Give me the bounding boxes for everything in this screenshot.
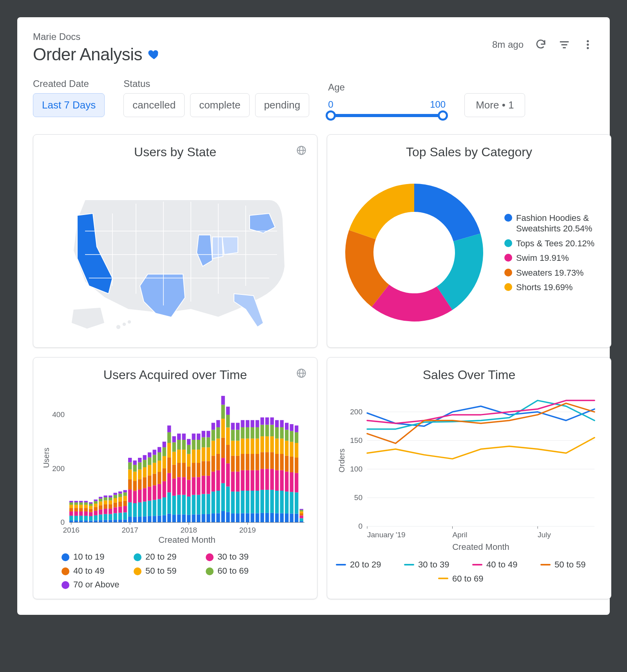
chip-last-7-days[interactable]: Last 7 Days	[33, 93, 105, 117]
svg-rect-75	[109, 509, 112, 514]
legend-item[interactable]: 10 to 19	[62, 551, 120, 562]
svg-rect-332	[290, 513, 294, 522]
legend-item[interactable]: 20 to 29	[336, 559, 391, 570]
svg-rect-68	[104, 509, 107, 514]
svg-rect-292	[261, 469, 264, 490]
slider-thumb-max[interactable]	[438, 110, 448, 121]
svg-rect-108	[133, 517, 137, 522]
svg-rect-167	[172, 465, 176, 479]
legend-item[interactable]: 50 to 59	[540, 559, 595, 570]
svg-point-5	[587, 47, 589, 49]
svg-rect-1	[562, 44, 567, 45]
svg-rect-39	[84, 516, 88, 520]
svg-rect-101	[128, 517, 132, 522]
svg-rect-338	[290, 424, 294, 431]
header: Marie Docs Order Analysis 8m ago	[33, 31, 594, 64]
svg-rect-302	[265, 425, 269, 436]
legend-item[interactable]: 30 to 39	[206, 551, 265, 562]
svg-rect-66	[104, 520, 107, 522]
chip-complete[interactable]: complete	[190, 93, 250, 117]
lines-legend: 20 to 2930 to 3940 to 4950 to 5960 to 69	[336, 555, 602, 584]
svg-rect-140	[153, 463, 156, 474]
legend-item[interactable]: 30 to 39	[404, 559, 459, 570]
svg-rect-152	[163, 481, 166, 497]
filter-status: Status cancelled complete pending	[123, 78, 309, 117]
svg-rect-137	[153, 500, 156, 516]
us-map[interactable]	[42, 166, 308, 339]
svg-rect-213	[207, 514, 210, 522]
svg-rect-298	[265, 490, 269, 513]
line-chart[interactable]: 050100150200OrdersJanuary '19AprilJulyCr…	[336, 389, 602, 554]
svg-rect-336	[290, 442, 294, 457]
heart-icon[interactable]	[148, 48, 160, 61]
svg-rect-239	[221, 405, 225, 419]
svg-rect-253	[231, 430, 235, 441]
refresh-icon[interactable]	[535, 38, 547, 51]
legend-item[interactable]: 60 to 69	[206, 565, 265, 576]
globe-icon[interactable]	[296, 368, 307, 380]
svg-rect-185	[187, 515, 190, 522]
svg-rect-73	[109, 520, 112, 522]
svg-rect-310	[270, 417, 274, 425]
legend-item[interactable]: 40 to 49	[472, 559, 527, 570]
legend-item[interactable]: Shorts 19.69%	[504, 282, 602, 293]
breadcrumb[interactable]: Marie Docs	[33, 31, 160, 42]
card-top-sales-by-category: Top Sales by Category Fashion Hoodies & …	[327, 134, 611, 348]
svg-rect-325	[285, 513, 288, 522]
more-chip[interactable]: More • 1	[464, 93, 525, 117]
donut-chart[interactable]	[336, 174, 493, 331]
age-slider[interactable]: 0 100	[328, 97, 446, 117]
svg-rect-237	[221, 438, 225, 458]
svg-rect-266	[241, 439, 245, 454]
svg-rect-157	[167, 514, 171, 522]
filter-label: Age	[328, 82, 446, 93]
svg-rect-314	[275, 454, 279, 470]
svg-rect-222	[212, 471, 215, 491]
globe-icon[interactable]	[296, 145, 307, 157]
filter-age: Age 0 100	[328, 82, 446, 117]
svg-rect-273	[246, 439, 249, 454]
legend-item[interactable]: 50 to 59	[134, 565, 192, 576]
stacked-bar-chart[interactable]: 0200400Users2016201720182019Created Mont…	[42, 389, 308, 546]
legend-item[interactable]: 60 to 69	[438, 573, 493, 584]
svg-rect-186	[187, 497, 190, 515]
svg-rect-211	[202, 437, 205, 448]
svg-rect-52	[94, 520, 98, 522]
svg-rect-200	[197, 495, 200, 515]
legend-item[interactable]: 20 to 29	[134, 551, 192, 562]
legend-label: Sweaters 19.73%	[516, 267, 584, 278]
legend-item[interactable]: Swim 19.91%	[504, 253, 602, 264]
svg-rect-227	[216, 513, 220, 522]
svg-rect-242	[226, 486, 230, 512]
svg-rect-79	[109, 495, 112, 497]
legend-item[interactable]: Fashion Hoodies & Sweatshirts 20.54%	[504, 213, 602, 234]
legend-swatch	[540, 564, 551, 565]
legend-item[interactable]: Sweaters 19.73%	[504, 267, 602, 278]
svg-rect-163	[167, 426, 171, 432]
chip-pending[interactable]: pending	[255, 93, 310, 117]
svg-rect-156	[163, 442, 166, 447]
chart-grid: Users by State	[33, 134, 594, 599]
legend-label: 10 to 19	[73, 551, 105, 562]
svg-rect-328	[285, 456, 288, 472]
svg-rect-83	[114, 502, 117, 507]
legend-label: 70 or Above	[73, 579, 119, 590]
legend-item[interactable]: 70 or Above	[62, 579, 120, 590]
svg-rect-206	[202, 514, 205, 522]
chip-cancelled[interactable]: cancelled	[123, 93, 185, 117]
legend-item[interactable]: Tops & Tees 20.12%	[504, 238, 602, 249]
svg-rect-22	[69, 502, 73, 505]
more-vert-icon[interactable]	[582, 38, 594, 51]
svg-rect-92	[118, 493, 122, 497]
svg-rect-193	[192, 495, 196, 515]
svg-rect-63	[99, 501, 102, 505]
svg-rect-112	[133, 471, 137, 481]
svg-rect-299	[265, 469, 269, 490]
legend-item[interactable]: 40 to 49	[62, 565, 120, 576]
svg-rect-251	[231, 456, 235, 472]
svg-rect-29	[74, 502, 78, 505]
slider-thumb-min[interactable]	[326, 110, 336, 121]
legend-label: 50 to 59	[145, 565, 177, 576]
svg-rect-58	[94, 500, 98, 501]
filter-list-icon[interactable]	[558, 38, 571, 51]
